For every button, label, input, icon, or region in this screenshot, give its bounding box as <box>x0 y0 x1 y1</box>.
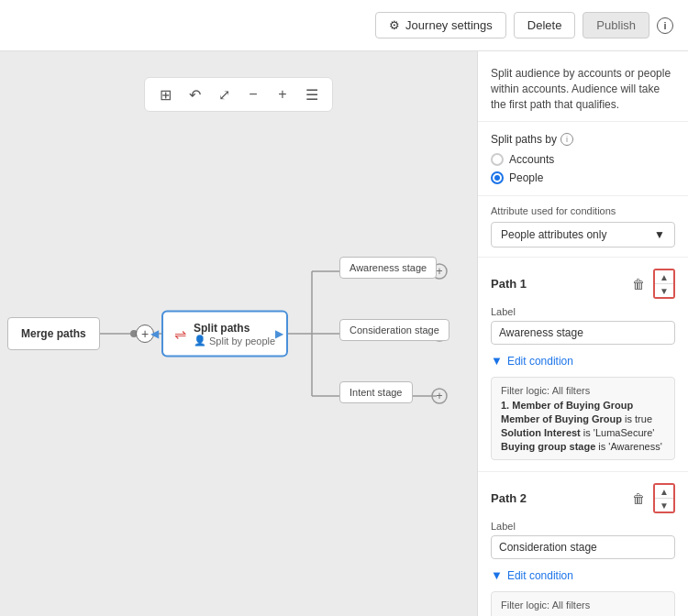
path1-condition-box: Filter logic: All filters 1. Member of B… <box>491 377 675 460</box>
path1-edit-condition-button[interactable]: ▼ Edit condition <box>491 352 675 369</box>
attr-label: Attribute used for conditions <box>491 205 675 216</box>
panel-intro-text: Split audience by accounts or people wit… <box>491 66 675 112</box>
minimap-tool[interactable]: ☰ <box>299 82 325 107</box>
merge-paths-label: Merge paths <box>21 327 86 340</box>
path1-cond-line2: Solution Interest is 'LumaSecure' <box>501 427 665 438</box>
delete-button[interactable]: Delete <box>514 12 576 38</box>
path2-up-button[interactable]: ▲ <box>655 485 673 498</box>
attr-select-value: People attributes only <box>501 228 606 241</box>
path1-down-button[interactable]: ▼ <box>655 284 673 297</box>
path2-condition-box: Filter logic: All filters 1. Member of B… <box>491 591 675 616</box>
split-node-sub: 👤 Split by people <box>194 335 275 346</box>
fit-tool[interactable]: ⤢ <box>211 82 237 107</box>
awareness-stage-box: Awareness stage <box>339 257 437 279</box>
path1-label-text: Label <box>491 306 675 317</box>
gear-icon: ⚙ <box>389 18 400 32</box>
path2-actions: 🗑 ▲ ▼ <box>627 483 675 513</box>
filter2-icon: ▼ <box>491 568 503 582</box>
attr-select[interactable]: People attributes only ▼ <box>491 222 675 248</box>
path1-card: Path 1 🗑 ▲ ▼ Label ▼ Edit condition <box>478 258 688 472</box>
publish-label: Publish <box>596 18 636 32</box>
path2-header: Path 2 🗑 ▲ ▼ <box>491 483 675 513</box>
split-paths-by-section: Split paths by i Accounts People <box>478 122 688 196</box>
consideration-stage-box: Consideration stage <box>339 319 449 341</box>
radio-accounts[interactable]: Accounts <box>491 153 675 166</box>
merge-paths-node[interactable]: Merge paths <box>7 317 100 350</box>
header: ⚙ Journey settings Delete Publish i <box>0 0 688 51</box>
radio-people[interactable]: People <box>491 171 675 184</box>
svg-text:+: + <box>436 390 442 402</box>
path1-cond-num: 1. Member of Buying Group <box>501 400 665 411</box>
filter-icon: ▼ <box>491 354 503 368</box>
svg-point-17 <box>432 389 447 403</box>
radio-group: Accounts People <box>491 153 675 184</box>
people-radio-label: People <box>509 171 543 184</box>
path1-header: Path 1 🗑 ▲ ▼ <box>491 269 675 299</box>
split-icon: ⇌ <box>174 325 186 343</box>
path2-label-text: Label <box>491 521 675 532</box>
path2-edit-condition-label: Edit condition <box>507 569 573 582</box>
main-layout: ⊞ ↶ ⤢ − + ☰ <box>0 51 688 616</box>
delete-label: Delete <box>527 18 562 32</box>
journey-settings-button[interactable]: ⚙ Journey settings <box>375 12 506 38</box>
path2-filter-logic: Filter logic: All filters <box>501 600 665 610</box>
info-small-icon: i <box>560 133 573 146</box>
intent-label: Intent stage <box>350 387 403 398</box>
undo-tool[interactable]: ↶ <box>182 82 207 107</box>
path1-edit-condition-label: Edit condition <box>507 355 573 368</box>
split-paths-by-label: Split paths by i <box>491 133 675 146</box>
path1-actions: 🗑 ▲ ▼ <box>627 269 675 299</box>
consideration-label: Consideration stage <box>350 324 439 336</box>
zoom-in-tool[interactable]: + <box>270 82 295 107</box>
awareness-label: Awareness stage <box>350 262 427 273</box>
path2-title: Path 2 <box>491 491 527 505</box>
path1-label-input[interactable] <box>491 321 675 345</box>
canvas: ⊞ ↶ ⤢ − + ☰ <box>0 51 477 616</box>
right-arrow: ▶ <box>275 327 283 340</box>
path1-delete-button[interactable]: 🗑 <box>627 273 649 295</box>
info-icon[interactable]: i <box>657 17 673 34</box>
path2-card: Path 2 🗑 ▲ ▼ Label ▼ Edit condition <box>478 472 688 616</box>
panel-intro: Split audience by accounts or people wit… <box>478 51 688 122</box>
split-paths-node[interactable]: ⇌ Split paths 👤 Split by people <box>161 311 288 358</box>
person-icon: 👤 <box>194 335 206 346</box>
path2-label-input[interactable] <box>491 535 675 559</box>
intent-stage-box: Intent stage <box>339 381 413 403</box>
svg-text:+: + <box>436 265 442 278</box>
attribute-section: Attribute used for conditions People att… <box>478 196 688 258</box>
path2-reorder: ▲ ▼ <box>653 483 675 513</box>
grid-tool[interactable]: ⊞ <box>152 82 178 107</box>
path2-delete-button[interactable]: 🗑 <box>627 488 649 510</box>
chevron-down-icon: ▼ <box>654 228 665 241</box>
left-arrow: ◀ <box>150 327 159 340</box>
path2-edit-condition-button[interactable]: ▼ Edit condition <box>491 566 675 584</box>
publish-button[interactable]: Publish <box>583 12 649 38</box>
canvas-toolbar: ⊞ ↶ ⤢ − + ☰ <box>144 77 333 112</box>
path1-up-button[interactable]: ▲ <box>655 270 673 283</box>
people-radio-circle[interactable] <box>491 171 504 184</box>
zoom-out-tool[interactable]: − <box>240 82 266 107</box>
path2-down-button[interactable]: ▼ <box>655 499 673 512</box>
accounts-radio-circle[interactable] <box>491 153 504 166</box>
path1-filter-logic: Filter logic: All filters <box>501 385 665 396</box>
journey-settings-label: Journey settings <box>405 18 493 32</box>
path1-reorder: ▲ ▼ <box>653 269 675 299</box>
path1-title: Path 1 <box>491 277 527 291</box>
split-node-label: Split paths <box>194 322 275 335</box>
path1-cond-line3: Buying group stage is 'Awareness' <box>501 441 665 452</box>
path1-cond-line1: Member of Buying Group is true <box>501 413 665 424</box>
accounts-radio-label: Accounts <box>509 153 554 166</box>
people-radio-dot <box>494 175 500 181</box>
right-panel: Split audience by accounts or people wit… <box>477 51 688 616</box>
